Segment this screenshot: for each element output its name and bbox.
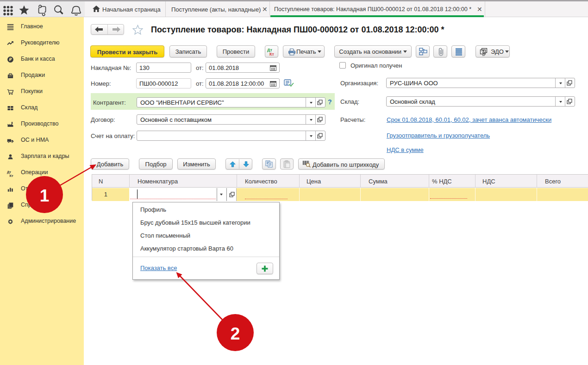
svg-text:Кт: Кт — [269, 52, 274, 57]
svg-text:Кт: Кт — [10, 174, 14, 177]
